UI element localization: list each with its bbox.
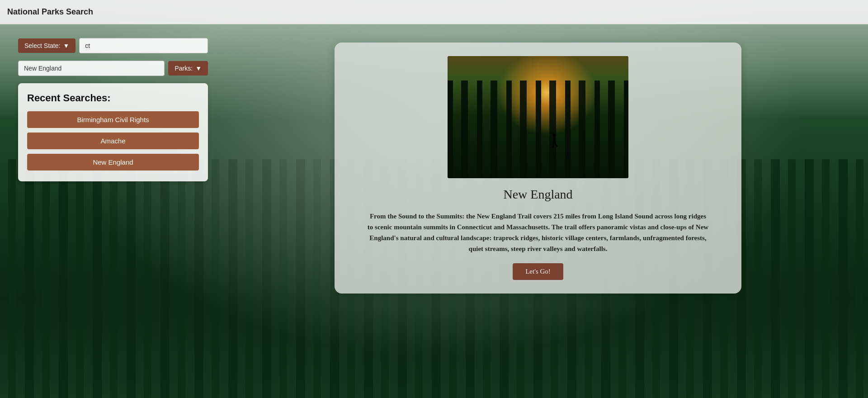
result-panel: New England From the Sound to the Summit… (226, 38, 850, 384)
state-search-row: Select State: ▼ (18, 38, 208, 53)
left-panel: Select State: ▼ Parks: ▼ Recent Searches… (18, 38, 208, 384)
app-title: National Parks Search (7, 7, 93, 17)
state-select-button[interactable]: Select State: ▼ (18, 38, 75, 53)
top-bar: National Parks Search (0, 0, 868, 24)
result-park-description: From the Sound to the Summits: the New E… (366, 211, 710, 254)
recent-item-birmingham[interactable]: Birmingham Civil Rights (27, 111, 199, 128)
lets-go-button[interactable]: Let's Go! (513, 263, 563, 280)
result-park-name: New England (503, 187, 572, 202)
result-image-container (448, 56, 628, 178)
recent-item-new-england[interactable]: New England (27, 154, 199, 171)
park-search-row: Parks: ▼ (18, 61, 208, 76)
parks-chevron-icon: ▼ (195, 65, 202, 72)
recent-searches-title: Recent Searches: (27, 92, 199, 104)
state-input[interactable] (79, 38, 208, 53)
parks-dropdown-button[interactable]: Parks: ▼ (168, 61, 208, 76)
main-content: Select State: ▼ Parks: ▼ Recent Searches… (0, 24, 868, 398)
state-select-label: Select State: (24, 42, 60, 49)
state-chevron-icon: ▼ (63, 42, 69, 49)
result-park-image (448, 56, 628, 178)
recent-searches-list: Birmingham Civil Rights Amache New Engla… (27, 111, 199, 171)
recent-searches-card: Recent Searches: Birmingham Civil Rights… (18, 83, 208, 181)
park-search-input[interactable] (18, 61, 165, 76)
recent-item-amache[interactable]: Amache (27, 133, 199, 149)
result-card: New England From the Sound to the Summit… (335, 43, 741, 294)
parks-button-label: Parks: (175, 65, 193, 72)
